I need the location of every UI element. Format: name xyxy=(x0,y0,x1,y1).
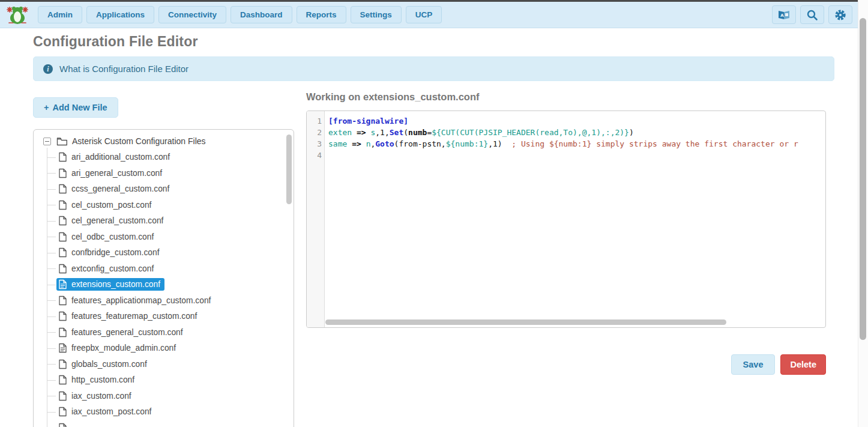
tree-file-item-extensions_custom.conf[interactable]: extensions_custom.conf xyxy=(38,277,289,293)
file-name-label: cel_custom_post.conf xyxy=(71,201,151,210)
code-line: same => n,Goto(from-pstn,${numb:1},1) ; … xyxy=(328,138,825,150)
editor-actions: Save Delete xyxy=(306,354,826,375)
file-icon xyxy=(58,152,67,162)
file-icon xyxy=(58,327,67,338)
file-name-label: http_custom.conf xyxy=(71,375,134,384)
search-button[interactable] xyxy=(800,5,824,24)
code-line xyxy=(328,150,825,161)
page-content: Configuration File Editor i What is Conf… xyxy=(0,28,868,427)
delete-button[interactable]: Delete xyxy=(780,354,826,375)
file-icon xyxy=(58,295,67,306)
file-icon xyxy=(58,423,67,427)
code-line: exten => s,1,Set(numb=${CUT(CUT(PJSIP_HE… xyxy=(328,127,825,138)
what-is-info-banner[interactable]: i What is Configuration File Editor xyxy=(33,56,834,81)
file-icon xyxy=(58,375,67,385)
nav-menu-item-reports[interactable]: Reports xyxy=(297,6,346,23)
file-icon xyxy=(58,216,67,226)
tree-root-label: Asterisk Custom Configuration Files xyxy=(72,136,206,146)
file-with-content-icon xyxy=(58,279,67,289)
tree-root-folder[interactable]: Asterisk Custom Configuration Files xyxy=(38,133,289,150)
file-name-label: features_applicationmap_custom.conf xyxy=(71,296,211,305)
editor-horizontal-scrollbar[interactable] xyxy=(325,319,726,325)
tree-file-item-iax_custom.conf[interactable]: iax_custom.conf xyxy=(38,388,289,404)
freepbx-logo-icon[interactable] xyxy=(6,4,29,26)
line-number: 2 xyxy=(307,127,322,138)
file-name-label: ari_additional_custom.conf xyxy=(71,153,170,162)
file-icon xyxy=(58,200,67,210)
file-browser-column: + Add New File Asterisk Custom Configura… xyxy=(33,90,294,427)
file-tree-panel: Asterisk Custom Configuration Files xyxy=(33,129,294,427)
nav-menu-item-dashboard[interactable]: Dashboard xyxy=(231,6,292,23)
code-area[interactable]: [from-signalwire]exten => s,1,Set(numb=$… xyxy=(325,111,825,161)
tree-file-item-freepbx_module_admin.conf[interactable]: freepbx_module_admin.conf xyxy=(38,341,289,357)
nav-menu-item-connectivity[interactable]: Connectivity xyxy=(158,6,226,23)
nav-menu-item-ucp[interactable]: UCP xyxy=(406,6,442,23)
tree-file-item-ari_additional_custom.conf[interactable]: ari_additional_custom.conf xyxy=(38,150,289,166)
nav-menu-item-admin[interactable]: Admin xyxy=(38,6,82,23)
tree-file-item-globals_custom.conf[interactable]: globals_custom.conf xyxy=(38,356,289,372)
nav-menu-item-applications[interactable]: Applications xyxy=(86,6,154,23)
collapse-expander-icon[interactable] xyxy=(43,138,51,145)
file-name-label: freepbx_module_admin.conf xyxy=(71,344,176,353)
file-name-label: ari_general_custom.conf xyxy=(71,169,162,178)
tree-scrollbar[interactable] xyxy=(286,135,292,204)
page-scrollbar-track[interactable] xyxy=(858,0,868,427)
file-icon xyxy=(58,168,67,178)
file-name-label: cel_general_custom.conf xyxy=(71,216,163,225)
working-on-title: Working on extensions_custom.conf xyxy=(306,91,834,103)
file-name-label: globals_custom.conf xyxy=(71,360,147,369)
add-new-file-button[interactable]: + Add New File xyxy=(33,97,118,118)
line-number: 3 xyxy=(307,138,322,150)
page-scrollbar-thumb[interactable] xyxy=(860,18,866,340)
nav-menu-item-settings[interactable]: Settings xyxy=(351,6,402,23)
tree-file-item-ari_general_custom.conf[interactable]: ari_general_custom.conf xyxy=(38,165,289,181)
file-name-label: confbridge_custom.conf xyxy=(71,248,159,257)
file-name-label: extconfig_custom.conf xyxy=(71,264,154,273)
file-name-label: ccss_general_custom.conf xyxy=(71,184,169,193)
tree-file-item-extconfig_custom.conf[interactable]: extconfig_custom.conf xyxy=(38,261,289,277)
language-icon: A xyxy=(777,10,791,20)
tree-file-item-cel_general_custom.conf[interactable]: cel_general_custom.conf xyxy=(38,213,289,229)
file-tree: Asterisk Custom Configuration Files xyxy=(38,133,289,427)
top-navbar: AdminApplicationsConnectivityDashboardRe… xyxy=(0,2,868,28)
tree-file-item-iax_custom_post.conf[interactable]: iax_custom_post.conf xyxy=(38,404,289,420)
folder-icon xyxy=(56,137,68,146)
code-editor[interactable]: 1234 [from-signalwire]exten => s,1,Set(n… xyxy=(306,111,826,328)
file-name-label: cel_odbc_custom.conf xyxy=(71,232,154,241)
plus-icon: + xyxy=(44,103,49,112)
tree-file-item-features_general_custom.conf[interactable]: features_general_custom.conf xyxy=(38,324,289,341)
file-name-label: iax_custom.conf xyxy=(71,392,131,401)
add-new-file-label: Add New File xyxy=(52,103,107,112)
file-name-label: iax_custom_post.conf xyxy=(71,407,151,416)
tree-file-item-cel_custom_post.conf[interactable]: cel_custom_post.conf xyxy=(38,197,289,213)
tree-file-item-partial[interactable] xyxy=(38,420,289,427)
file-name-label: features_general_custom.conf xyxy=(71,328,183,337)
file-with-content-icon xyxy=(58,343,67,353)
line-number: 4 xyxy=(307,150,322,161)
navbar-items: AdminApplicationsConnectivityDashboardRe… xyxy=(38,6,442,23)
info-icon: i xyxy=(43,64,53,74)
file-icon xyxy=(58,391,67,401)
tree-file-item-confbridge_custom.conf[interactable]: confbridge_custom.conf xyxy=(38,245,289,261)
tree-file-item-http_custom.conf[interactable]: http_custom.conf xyxy=(38,372,289,389)
page-title: Configuration File Editor xyxy=(33,34,834,50)
search-icon xyxy=(806,9,818,21)
settings-gear-button[interactable] xyxy=(828,5,852,24)
file-name-label: extensions_custom.conf xyxy=(71,280,160,289)
file-icon xyxy=(58,264,67,274)
code-line: [from-signalwire] xyxy=(328,115,825,127)
language-button[interactable]: A xyxy=(772,5,796,24)
info-banner-label: What is Configuration File Editor xyxy=(59,64,188,74)
tree-file-item-ccss_general_custom.conf[interactable]: ccss_general_custom.conf xyxy=(38,181,289,198)
editor-column: Working on extensions_custom.conf 1234 [… xyxy=(306,90,834,427)
tree-file-item-features_applicationmap_custom.conf[interactable]: features_applicationmap_custom.conf xyxy=(38,292,289,309)
file-icon xyxy=(58,184,67,194)
tree-file-item-features_featuremap_custom.conf[interactable]: features_featuremap_custom.conf xyxy=(38,309,289,325)
tree-items: ari_additional_custom.conf ari_general_c xyxy=(38,150,289,427)
file-icon xyxy=(58,311,67,321)
tree-file-item-cel_odbc_custom.conf[interactable]: cel_odbc_custom.conf xyxy=(38,229,289,245)
line-number-gutter: 1234 xyxy=(307,111,325,327)
file-icon xyxy=(58,359,67,369)
save-button[interactable]: Save xyxy=(731,354,776,375)
svg-text:A: A xyxy=(780,12,784,17)
